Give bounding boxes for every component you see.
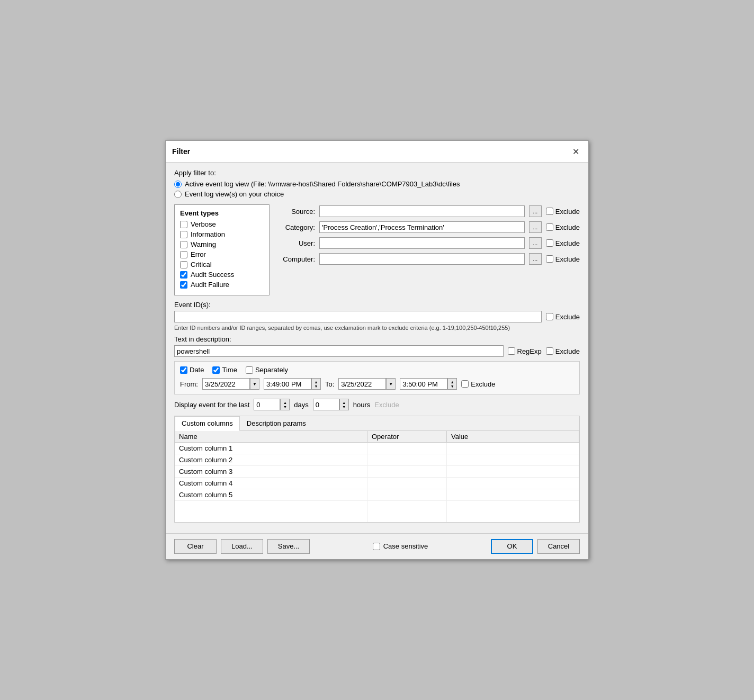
radio-row-active: Active event log view (File: \\vmware-ho… xyxy=(174,180,580,188)
separately-checkbox-row: Separately xyxy=(246,366,288,374)
row4-name: Custom column 4 xyxy=(175,478,367,489)
text-desc-exclude-checkbox[interactable] xyxy=(546,347,553,355)
hours-spin-button[interactable]: ▲ ▼ xyxy=(339,399,349,410)
to-label: To: xyxy=(325,380,334,388)
date-label: Date xyxy=(190,366,204,374)
checkbox-critical-input[interactable] xyxy=(180,261,187,268)
checkbox-audit-success-input[interactable] xyxy=(180,271,187,279)
apply-filter-group: Active event log view (File: \\vmware-ho… xyxy=(174,180,580,198)
to-date-dropdown-button[interactable]: ▼ xyxy=(386,378,396,390)
checkbox-audit-failure-label: Audit Failure xyxy=(191,281,229,289)
category-exclude-label: Exclude xyxy=(555,223,580,231)
from-time-spin-button[interactable]: ▲ ▼ xyxy=(311,378,321,390)
separately-label: Separately xyxy=(255,366,288,374)
datetime-exclude-checkbox[interactable] xyxy=(461,380,469,388)
row4-value xyxy=(447,478,579,489)
category-exclude-row: Exclude xyxy=(546,223,580,231)
event-ids-exclude-checkbox[interactable] xyxy=(546,313,553,320)
days-input[interactable] xyxy=(254,399,280,410)
close-button[interactable]: ✕ xyxy=(569,145,582,158)
days-label: days xyxy=(294,401,308,409)
from-date-input[interactable] xyxy=(202,378,250,390)
checkbox-verbose: Verbose xyxy=(180,220,264,228)
category-input[interactable] xyxy=(319,221,525,233)
to-time-spin-button[interactable]: ▲ ▼ xyxy=(447,378,457,390)
checkbox-information-input[interactable] xyxy=(180,231,187,238)
event-ids-section: Event ID(s): Exclude Enter ID numbers an… xyxy=(174,301,580,331)
event-ids-exclude-label: Exclude xyxy=(555,313,580,321)
footer-right: OK Cancel xyxy=(491,539,580,554)
table-row: Custom column 3 xyxy=(175,466,579,478)
case-sensitive-checkbox[interactable] xyxy=(373,543,380,550)
source-exclude-row: Exclude xyxy=(546,208,580,216)
case-sensitive-label: Case sensitive xyxy=(383,542,428,550)
tab-description-params[interactable]: Description params xyxy=(240,416,313,430)
display-event-row: Display event for the last ▲ ▼ days ▲ ▼ … xyxy=(174,399,580,410)
days-spin-up-icon: ▲ xyxy=(283,401,287,405)
save-button[interactable]: Save... xyxy=(267,539,310,554)
separately-checkbox[interactable] xyxy=(246,366,253,374)
event-ids-label: Event ID(s): xyxy=(174,301,580,309)
to-time-group: ▲ ▼ xyxy=(400,378,457,390)
datetime-exclude-label: Exclude xyxy=(471,380,495,388)
hours-input[interactable] xyxy=(313,399,339,410)
datetime-checkboxes: Date Time Separately xyxy=(180,366,574,374)
source-exclude-checkbox[interactable] xyxy=(546,208,553,215)
days-spin-button[interactable]: ▲ ▼ xyxy=(280,399,290,410)
date-checkbox[interactable] xyxy=(180,366,187,374)
event-types-box: Event types Verbose Information Warning … xyxy=(174,204,270,295)
checkbox-critical-label: Critical xyxy=(191,261,212,268)
radio-active-view[interactable] xyxy=(174,181,182,188)
category-ellipsis-button[interactable]: ... xyxy=(529,221,542,233)
checkbox-warning-input[interactable] xyxy=(180,241,187,248)
row2-value xyxy=(447,454,579,466)
clear-button[interactable]: Clear xyxy=(174,539,217,554)
hours-label: hours xyxy=(353,401,371,409)
computer-input[interactable] xyxy=(319,253,525,265)
dialog-title: Filter xyxy=(172,147,190,156)
category-exclude-checkbox[interactable] xyxy=(546,223,553,231)
source-input[interactable] xyxy=(319,205,525,217)
user-exclude-checkbox[interactable] xyxy=(546,239,553,247)
from-time-input[interactable] xyxy=(264,378,311,390)
radio-active-view-label: Active event log view (File: \\vmware-ho… xyxy=(185,180,460,188)
radio-event-log-choice-label: Event log view(s) on your choice xyxy=(185,190,284,198)
text-description-input[interactable] xyxy=(174,345,504,357)
row3-value xyxy=(447,466,579,478)
ok-button[interactable]: OK xyxy=(491,539,533,554)
column-header-operator: Operator xyxy=(367,431,447,443)
text-description-section: Text in description: RegExp Exclude xyxy=(174,335,580,357)
from-date-dropdown-button[interactable]: ▼ xyxy=(250,378,259,390)
custom-columns-table: Name Operator Value Custom column 1 Cust xyxy=(175,431,579,522)
cancel-button[interactable]: Cancel xyxy=(537,539,580,554)
checkbox-verbose-input[interactable] xyxy=(180,221,187,228)
row2-name: Custom column 2 xyxy=(175,454,367,466)
radio-event-log-choice[interactable] xyxy=(174,191,182,198)
to-date-input[interactable] xyxy=(338,378,386,390)
to-time-spin-down-icon: ▼ xyxy=(451,384,454,388)
load-button[interactable]: Load... xyxy=(221,539,263,554)
checkbox-information: Information xyxy=(180,230,264,238)
computer-exclude-label: Exclude xyxy=(555,255,580,263)
user-ellipsis-button[interactable]: ... xyxy=(529,237,542,249)
source-ellipsis-button[interactable]: ... xyxy=(529,205,542,217)
display-event-prefix: Display event for the last xyxy=(174,401,249,409)
computer-ellipsis-button[interactable]: ... xyxy=(529,253,542,265)
computer-exclude-checkbox[interactable] xyxy=(546,255,553,263)
checkbox-error-input[interactable] xyxy=(180,251,187,258)
regexp-checkbox[interactable] xyxy=(508,347,515,355)
row5-operator xyxy=(367,489,447,501)
event-ids-input[interactable] xyxy=(174,311,542,322)
table-row: Custom column 4 xyxy=(175,478,579,489)
row4-operator xyxy=(367,478,447,489)
table-row: Custom column 5 xyxy=(175,489,579,501)
source-row: Source: ... Exclude xyxy=(278,205,580,217)
tab-custom-columns[interactable]: Custom columns xyxy=(175,416,240,431)
checkbox-audit-failure-input[interactable] xyxy=(180,281,187,289)
table-empty-row xyxy=(175,501,579,522)
time-checkbox[interactable] xyxy=(212,366,220,374)
category-row: Category: ... Exclude xyxy=(278,221,580,233)
to-time-input[interactable] xyxy=(400,378,447,390)
user-input[interactable] xyxy=(319,237,525,249)
from-time-spin-up-icon: ▲ xyxy=(314,380,318,384)
